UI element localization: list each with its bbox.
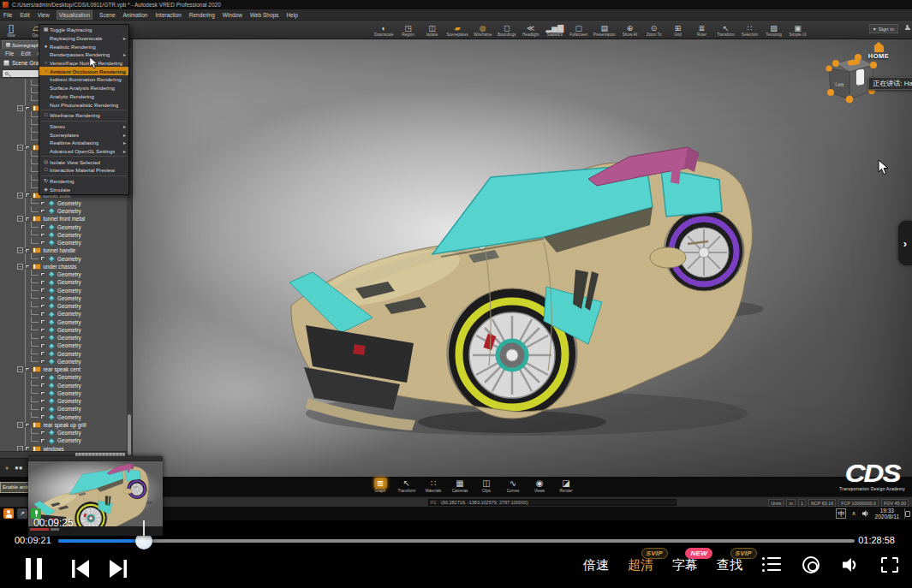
tree-node-geometry[interactable]: Geometry <box>0 302 132 310</box>
add-keyframe-button[interactable]: ＋ <box>3 465 10 472</box>
visibility-checkbox[interactable] <box>40 414 45 419</box>
tree-node-geometry[interactable]: Geometry <box>0 255 132 263</box>
viewcube-home[interactable]: HOME <box>861 46 897 60</box>
expander-icon[interactable]: − <box>17 366 23 372</box>
visibility-checkbox[interactable] <box>40 224 45 229</box>
expander-icon[interactable]: − <box>17 105 23 111</box>
viz-menu-item-rendering[interactable]: ↻Rendering <box>39 177 128 186</box>
previous-button[interactable] <box>71 560 90 578</box>
viz-menu-item-realtime-antialiasing[interactable]: Realtime Antialiasing▸ <box>39 139 128 147</box>
visibility-checkbox[interactable] <box>40 312 45 317</box>
visibility-checkbox[interactable] <box>25 248 30 253</box>
viz-menu-item-renderpasses-rendering[interactable]: Renderpasses Rendering▸ <box>39 50 128 59</box>
seek-bar[interactable] <box>58 539 855 543</box>
visibility-checkbox[interactable] <box>40 201 45 206</box>
contact-app-icon[interactable] <box>3 508 14 519</box>
expander-icon[interactable]: − <box>17 216 23 222</box>
tree-node-geometry[interactable]: Geometry <box>0 397 132 405</box>
tree-node-geometry[interactable]: Geometry <box>0 350 132 358</box>
dock-transform-button[interactable]: ↖Transform <box>396 478 417 493</box>
toolbar-ruler-button[interactable]: ≣Ruler <box>693 21 712 39</box>
microphone-app-icon[interactable] <box>31 508 41 519</box>
visibility-checkbox[interactable] <box>40 431 45 436</box>
tree-group-rear-speak-up-grill[interactable]: −rear speak up grill <box>0 421 132 429</box>
dock-clips-button[interactable]: ◫Clips <box>476 478 497 493</box>
visibility-checkbox[interactable] <box>40 288 45 293</box>
toolbar-statistics-button[interactable]: ▂▅▇Statistics <box>545 21 564 39</box>
viz-menu-item-analytic-rendering[interactable]: Analytic Rendering <box>39 92 128 101</box>
expander-icon[interactable]: − <box>17 145 23 151</box>
toolbar-simple-ui-button[interactable]: ▣Simple UI <box>789 21 808 39</box>
sg-menu-edit[interactable]: Edit <box>21 50 30 56</box>
visibility-checkbox[interactable] <box>40 351 45 356</box>
visibility-checkbox[interactable] <box>40 319 45 324</box>
expander-icon[interactable]: − <box>17 247 23 253</box>
viz-menu-item-isolate-view-selected[interactable]: ◎Isolate View Selected <box>39 157 128 166</box>
menu-help[interactable]: Help <box>286 12 297 18</box>
toolbar-new-button[interactable]: ▯New <box>2 21 21 39</box>
visibility-checkbox[interactable] <box>25 146 30 151</box>
tree-node-geometry[interactable]: Geometry <box>0 413 132 421</box>
menu-visualization[interactable]: Visualization <box>57 11 92 19</box>
tree-node-geometry[interactable]: Geometry <box>0 199 132 207</box>
visibility-checkbox[interactable] <box>40 336 45 341</box>
tray-caret-icon[interactable]: ∧ <box>851 510 855 517</box>
sg-menu-file[interactable]: File <box>5 50 14 56</box>
volume-icon[interactable] <box>840 555 861 575</box>
toolbar-presentation-button[interactable]: ▤Presentation <box>593 21 616 39</box>
expander-icon[interactable]: − <box>17 193 23 199</box>
visibility-checkbox[interactable] <box>40 304 45 309</box>
menu-rendering[interactable]: Rendering <box>189 12 215 18</box>
viz-menu-item-simulate[interactable]: ◈Simulate <box>39 185 128 193</box>
tab-scenegraph[interactable]: Scenegraph <box>2 40 44 49</box>
toolbar-show-all-button[interactable]: ⊕Show All <box>621 21 640 39</box>
viz-menu-item-vertex-face-normal-rendering[interactable]: ○Vertex/Face Normal Rendering <box>39 59 128 68</box>
menu-scene[interactable]: Scene <box>99 12 115 18</box>
tree-group-under-chassis[interactable]: −under chassis <box>0 263 132 270</box>
record-icon[interactable] <box>801 555 821 575</box>
visibility-checkbox[interactable] <box>40 272 45 277</box>
viz-menu-item-interactive-material-preview[interactable]: □Interactive Material Preview <box>39 166 128 175</box>
playlist-icon[interactable] <box>761 555 782 575</box>
tree-group-rear-speak-cent[interactable]: −rear speak cent <box>0 365 132 373</box>
toolbar-downscale-button[interactable]: ◐Downscale <box>374 21 393 39</box>
menu-animation[interactable]: Animation <box>123 12 148 18</box>
screenshare-app-icon[interactable]: ↗ <box>17 508 27 519</box>
tree-node-geometry[interactable]: Geometry <box>0 287 132 294</box>
dock-views-button[interactable]: ◉Views <box>529 478 550 493</box>
visibility-checkbox[interactable] <box>40 343 45 348</box>
visibility-checkbox[interactable] <box>40 209 45 214</box>
sign-in-button[interactable]: ▾ Sign in <box>869 24 898 33</box>
tree-node-geometry[interactable]: Geometry <box>0 326 132 334</box>
clock[interactable]: 19:33 2020/8/11 <box>875 508 899 520</box>
tree-node-geometry[interactable]: Geometry <box>0 342 132 349</box>
toolbar-boundings-button[interactable]: ◻Boundings <box>498 21 516 39</box>
tree-node-geometry[interactable]: Geometry <box>0 231 132 239</box>
tree-node-geometry[interactable]: Geometry <box>0 318 132 326</box>
dock-render-button[interactable]: ◪Render <box>556 478 576 493</box>
player-item-button[interactable]: 超清SVIP <box>628 557 653 573</box>
tree-node-geometry[interactable]: Geometry <box>0 270 132 278</box>
tree-node-geometry[interactable]: Geometry <box>0 207 132 215</box>
visibility-checkbox[interactable] <box>40 391 45 396</box>
toolbar-isolate-button[interactable]: ◫Isolate <box>422 21 441 39</box>
tree-node-geometry[interactable]: Geometry <box>0 437 132 444</box>
menu-view[interactable]: View <box>38 12 50 18</box>
tree-node-geometry[interactable]: Geometry <box>0 358 132 365</box>
tree-node-geometry[interactable]: Geometry <box>0 389 132 397</box>
pause-button[interactable] <box>26 558 46 579</box>
toolbar-wireframe-button[interactable]: ◍Wireframe <box>474 21 492 39</box>
viz-menu-item-indirect-illumination-rendering[interactable]: Indirect Illumination Rendering <box>39 75 128 84</box>
toolbar-zoom-to-button[interactable]: ⊙Zoom To <box>645 21 664 39</box>
viz-menu-item-non-photorealistic-rendering[interactable]: Non Photorealistic Rendering <box>39 100 128 109</box>
viz-menu-item-realistic-rendering[interactable]: ●Realistic Rendering <box>39 42 128 50</box>
viz-menu-item-sceneplates[interactable]: Sceneplates▸ <box>39 130 128 139</box>
visibility-checkbox[interactable] <box>40 375 45 380</box>
tree-node-geometry[interactable]: Geometry <box>0 239 132 246</box>
viz-menu-item-wireframe-rendering[interactable]: □Wireframe Rendering <box>39 111 128 120</box>
menu-interaction[interactable]: Interaction <box>155 12 181 18</box>
visibility-checkbox[interactable] <box>40 383 45 388</box>
player-item-button[interactable]: 查找SVIP <box>717 557 742 573</box>
expander-icon[interactable]: − <box>17 264 23 270</box>
next-button[interactable] <box>109 560 128 578</box>
